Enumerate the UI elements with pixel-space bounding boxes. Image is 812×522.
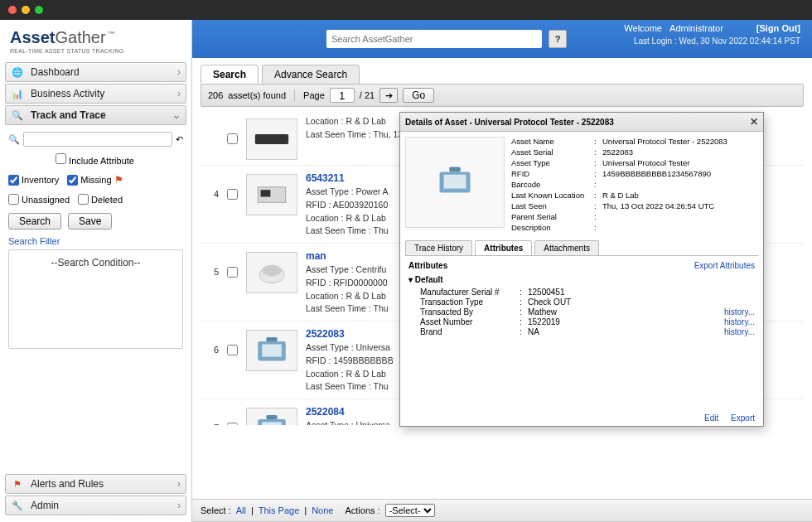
- brand-logo: AssetGather™ REAL-TIME ASSET STATUS TRAC…: [5, 25, 186, 62]
- result-index: [204, 115, 219, 133]
- svg-point-4: [262, 265, 282, 276]
- svg-rect-16: [449, 167, 460, 172]
- missing-label: Missing: [80, 175, 111, 185]
- sidebar-item-track[interactable]: 🔍 Track and Trace ⌄: [5, 105, 186, 125]
- detail-key: Asset Name: [511, 137, 594, 146]
- search-icon: 🔍: [11, 109, 24, 122]
- attributes-heading: Attributes: [408, 261, 447, 270]
- attr-key: Brand: [420, 327, 520, 336]
- brand-tm: ™: [108, 30, 115, 38]
- close-popup-button[interactable]: ✕: [750, 116, 758, 128]
- result-checkbox[interactable]: [227, 326, 238, 357]
- popup-tab-attributes[interactable]: Attributes: [475, 240, 532, 255]
- topbar: ? Welcome Administrator [Sign Out] Last …: [192, 20, 812, 58]
- deleted-checkbox[interactable]: Deleted: [78, 194, 123, 205]
- sidebar-item-dashboard[interactable]: 🌐 Dashboard ›: [5, 62, 186, 82]
- detail-key: Asset Type: [511, 158, 594, 167]
- sidebar-item-label: Admin: [31, 500, 177, 511]
- sidebar-item-label: Alerts and Rules: [31, 478, 177, 490]
- result-checkbox[interactable]: [227, 404, 238, 425]
- history-link[interactable]: history...: [724, 327, 755, 336]
- maximize-window-dot[interactable]: [35, 6, 43, 14]
- result-thumbnail: [246, 330, 297, 371]
- result-index: 7: [204, 404, 219, 425]
- result-checkbox[interactable]: [227, 171, 238, 201]
- attr-key: Transacted By: [420, 307, 520, 317]
- export-attributes-link[interactable]: Export Attributes: [694, 261, 755, 270]
- edit-link[interactable]: Edit: [704, 413, 718, 423]
- popup-tab-trace[interactable]: Trace History: [405, 240, 472, 255]
- page-label: Page: [303, 90, 325, 100]
- svg-rect-7: [266, 337, 277, 341]
- history-link[interactable]: history...: [724, 307, 755, 317]
- popup-tab-attachments[interactable]: Attachments: [534, 240, 599, 255]
- sidebar-item-alerts[interactable]: ⚑ Alerts and Rules ›: [5, 474, 186, 494]
- include-attribute-checkbox[interactable]: Include Attribute: [56, 156, 134, 166]
- global-search-input[interactable]: [326, 30, 542, 48]
- detail-key: Last Seen: [511, 201, 594, 210]
- export-link[interactable]: Export: [731, 413, 755, 423]
- inventory-checkbox[interactable]: Inventory: [8, 174, 59, 186]
- detail-value: 2522083: [602, 147, 633, 157]
- globe-icon: 🌐: [11, 65, 24, 79]
- go-button[interactable]: Go: [403, 88, 434, 103]
- next-page-button[interactable]: ➔: [379, 88, 398, 103]
- close-window-dot[interactable]: [8, 6, 17, 14]
- svg-rect-6: [262, 344, 282, 356]
- asset-image: [405, 137, 505, 228]
- detail-value: 1459BBBBBBBBB1234567890: [602, 169, 711, 178]
- tab-search[interactable]: Search: [201, 65, 259, 84]
- brand-prefix: Asset: [10, 28, 55, 46]
- include-attribute-label: Include Attribute: [69, 156, 134, 166]
- sidebar: AssetGather™ REAL-TIME ASSET STATUS TRAC…: [0, 20, 192, 522]
- result-checkbox[interactable]: [227, 249, 238, 279]
- minimize-window-dot[interactable]: [22, 6, 30, 14]
- history-link[interactable]: history...: [724, 317, 755, 326]
- sidebar-item-business[interactable]: 📊 Business Activity ›: [5, 84, 186, 104]
- attr-key: Asset Number: [420, 317, 520, 326]
- select-none-link[interactable]: None: [312, 505, 333, 515]
- search-button[interactable]: Search: [8, 213, 61, 230]
- select-all-link[interactable]: All: [236, 505, 246, 515]
- unassigned-checkbox[interactable]: Unassigned: [8, 194, 70, 205]
- save-button[interactable]: Save: [68, 213, 112, 230]
- select-label: Select :: [201, 505, 231, 515]
- result-thumbnail: [246, 252, 297, 293]
- user-name: Administrator: [669, 23, 723, 33]
- flag-icon: ⚑: [114, 174, 123, 186]
- content-area: ? Welcome Administrator [Sign Out] Last …: [192, 20, 812, 522]
- select-page-link[interactable]: This Page: [259, 505, 300, 515]
- result-count: 206: [208, 90, 223, 100]
- missing-checkbox[interactable]: Missing ⚑: [67, 174, 123, 186]
- sidebar-item-label: Business Activity: [31, 88, 177, 99]
- tab-advance-search[interactable]: Advance Search: [262, 65, 360, 84]
- svg-rect-9: [262, 422, 282, 425]
- chevron-right-icon: ›: [177, 88, 181, 99]
- asset-details-popup: Details of Asset - Universal Protocol Te…: [399, 112, 764, 427]
- window-titlebar: [0, 0, 812, 20]
- inventory-label: Inventory: [22, 175, 59, 185]
- page-input[interactable]: [330, 88, 355, 103]
- chevron-down-icon: ⌄: [172, 109, 181, 121]
- select-actions-bar: Select : All | This Page | None Actions …: [192, 499, 812, 522]
- wrench-icon: 🔧: [11, 499, 24, 512]
- results-panel: Search Advance Search 206 asset(s) found…: [192, 58, 812, 499]
- sidebar-item-admin[interactable]: 🔧 Admin ›: [5, 495, 186, 515]
- brand-tagline: REAL-TIME ASSET STATUS TRACKING: [10, 48, 181, 54]
- result-index: 4: [204, 171, 219, 199]
- detail-value: Universal Protocol Tester: [602, 158, 689, 167]
- detail-key: Last Known Location: [511, 191, 594, 200]
- result-checkbox[interactable]: [227, 115, 238, 146]
- unassigned-label: Unassigned: [22, 195, 70, 205]
- help-button[interactable]: ?: [549, 30, 567, 48]
- attr-value: Mathew: [528, 307, 611, 317]
- attr-key: Manufacturer Serial #: [420, 288, 520, 297]
- attributes-group[interactable]: Default: [408, 275, 755, 284]
- track-panel: 🔍 ↶ Include Attribute Inventory Missing …: [5, 127, 186, 354]
- undo-icon[interactable]: ↶: [176, 134, 183, 145]
- attr-value: 12500451: [528, 288, 611, 297]
- svg-rect-2: [261, 190, 271, 196]
- actions-select[interactable]: -Select-: [385, 504, 435, 517]
- track-search-input[interactable]: [23, 132, 172, 147]
- signout-link[interactable]: [Sign Out]: [756, 23, 800, 33]
